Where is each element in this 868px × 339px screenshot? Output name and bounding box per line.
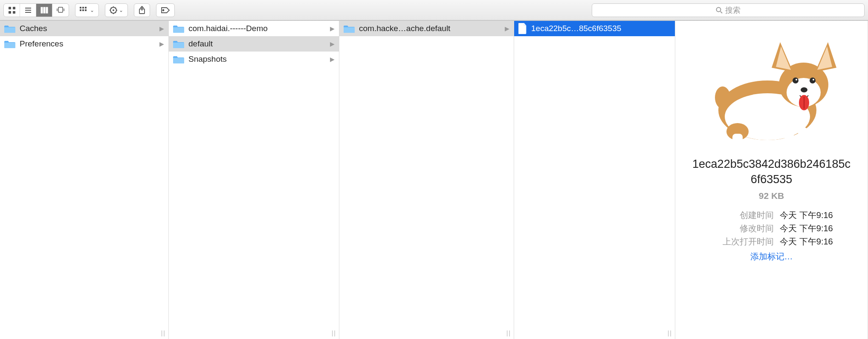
svg-point-39 bbox=[801, 87, 807, 92]
svg-rect-16 bbox=[80, 9, 81, 11]
search-icon bbox=[716, 7, 723, 14]
arrange-button[interactable]: ⌄ bbox=[75, 3, 99, 17]
folder-item[interactable]: default▶ bbox=[169, 36, 339, 52]
preview-filesize: 92 KB bbox=[759, 191, 784, 201]
file-item[interactable]: 1eca22b5c…85c6f63535 bbox=[514, 21, 675, 36]
column-2: com.haidai.------Demo▶default▶Snapshots▶… bbox=[169, 21, 339, 339]
column-resize-handle[interactable]: || bbox=[332, 330, 336, 336]
meta-row: 创建时间今天 下午9:16 bbox=[710, 209, 833, 222]
column-resize-handle[interactable]: || bbox=[668, 330, 672, 336]
meta-label: 创建时间 bbox=[710, 209, 774, 222]
preview-pane: 1eca22b5c3842d386b246185c6f63535 92 KB 创… bbox=[675, 21, 868, 339]
svg-rect-8 bbox=[43, 7, 45, 13]
column-browser: Caches▶Preferences▶ || com.haidai.------… bbox=[0, 20, 868, 339]
svg-point-38 bbox=[813, 79, 814, 80]
item-label: Preferences bbox=[20, 39, 63, 49]
svg-rect-31 bbox=[798, 127, 807, 142]
item-label: Snapshots bbox=[188, 55, 227, 64]
disclosure-arrow-icon: ▶ bbox=[505, 25, 509, 32]
svg-point-36 bbox=[810, 78, 816, 83]
svg-rect-1 bbox=[13, 7, 15, 9]
svg-rect-2 bbox=[9, 11, 11, 14]
svg-rect-3 bbox=[13, 11, 15, 14]
folder-icon bbox=[173, 40, 184, 48]
svg-line-25 bbox=[720, 11, 722, 13]
svg-point-35 bbox=[793, 78, 799, 83]
svg-point-24 bbox=[717, 7, 721, 11]
preview-thumbnail bbox=[703, 29, 840, 149]
item-label: com.hacke…ache.default bbox=[359, 24, 450, 33]
item-label: com.haidai.------Demo bbox=[188, 24, 268, 33]
view-icon-button[interactable] bbox=[4, 4, 20, 17]
meta-row: 修改时间今天 下午9:16 bbox=[710, 222, 833, 235]
disclosure-arrow-icon: ▶ bbox=[330, 25, 335, 32]
svg-rect-29 bbox=[732, 134, 743, 142]
svg-rect-15 bbox=[85, 7, 87, 9]
disclosure-arrow-icon: ▶ bbox=[330, 40, 335, 47]
chevron-down-icon: ⌄ bbox=[90, 7, 94, 13]
meta-row: 上次打开时间今天 下午9:16 bbox=[710, 235, 833, 248]
meta-value: 今天 下午9:16 bbox=[780, 209, 833, 222]
share-button[interactable] bbox=[134, 3, 150, 17]
item-label: Caches bbox=[20, 24, 47, 33]
view-mode-group bbox=[3, 3, 69, 17]
svg-point-23 bbox=[163, 9, 164, 11]
action-button[interactable]: ⌄ bbox=[105, 3, 128, 17]
meta-value: 今天 下午9:16 bbox=[780, 235, 833, 248]
folder-icon bbox=[4, 40, 15, 48]
svg-rect-30 bbox=[784, 127, 794, 142]
folder-item[interactable]: com.hacke…ache.default▶ bbox=[339, 21, 514, 36]
disclosure-arrow-icon: ▶ bbox=[159, 40, 164, 47]
svg-rect-14 bbox=[82, 7, 84, 9]
view-columns-button[interactable] bbox=[36, 4, 52, 17]
column-resize-handle[interactable]: || bbox=[161, 330, 166, 336]
meta-label: 上次打开时间 bbox=[710, 235, 774, 248]
svg-point-37 bbox=[796, 79, 797, 80]
folder-item[interactable]: Caches▶ bbox=[0, 21, 168, 36]
add-tags-link[interactable]: 添加标记… bbox=[750, 251, 793, 262]
tags-button[interactable] bbox=[156, 3, 175, 17]
disclosure-arrow-icon: ▶ bbox=[159, 25, 164, 32]
disclosure-arrow-icon: ▶ bbox=[330, 56, 335, 63]
toolbar: ⌄ ⌄ 搜索 bbox=[0, 0, 868, 20]
svg-point-32 bbox=[715, 86, 730, 109]
meta-value: 今天 下午9:16 bbox=[780, 222, 833, 235]
svg-rect-7 bbox=[41, 7, 43, 13]
meta-label: 修改时间 bbox=[710, 222, 774, 235]
preview-metadata: 创建时间今天 下午9:16修改时间今天 下午9:16上次打开时间今天 下午9:1… bbox=[710, 209, 833, 248]
column-resize-handle[interactable]: || bbox=[506, 330, 511, 336]
svg-point-20 bbox=[113, 9, 114, 11]
svg-rect-18 bbox=[85, 9, 87, 11]
preview-filename: 1eca22b5c3842d386b246185c6f63535 bbox=[691, 156, 853, 187]
folder-icon bbox=[344, 24, 355, 33]
folder-icon bbox=[173, 55, 184, 63]
svg-rect-9 bbox=[46, 7, 48, 13]
search-placeholder: 搜索 bbox=[725, 5, 741, 15]
folder-item[interactable]: com.haidai.------Demo▶ bbox=[169, 21, 339, 36]
column-1: Caches▶Preferences▶ || bbox=[0, 21, 169, 339]
folder-icon bbox=[4, 24, 15, 33]
column-4: 1eca22b5c…85c6f63535 || bbox=[514, 21, 675, 339]
svg-rect-17 bbox=[82, 9, 84, 11]
file-icon bbox=[518, 23, 527, 34]
folder-item[interactable]: Preferences▶ bbox=[0, 36, 168, 52]
view-list-button[interactable] bbox=[20, 4, 36, 17]
svg-rect-13 bbox=[80, 7, 81, 9]
folder-item[interactable]: Snapshots▶ bbox=[169, 52, 339, 67]
view-gallery-button[interactable] bbox=[52, 4, 69, 17]
folder-icon bbox=[173, 24, 184, 33]
column-3: com.hacke…ache.default▶ || bbox=[339, 21, 514, 339]
item-label: default bbox=[188, 39, 213, 49]
item-label: 1eca22b5c…85c6f63535 bbox=[531, 24, 621, 33]
svg-rect-10 bbox=[58, 7, 63, 12]
svg-rect-0 bbox=[9, 7, 11, 9]
search-field[interactable]: 搜索 bbox=[592, 3, 865, 17]
chevron-down-icon: ⌄ bbox=[119, 7, 123, 13]
